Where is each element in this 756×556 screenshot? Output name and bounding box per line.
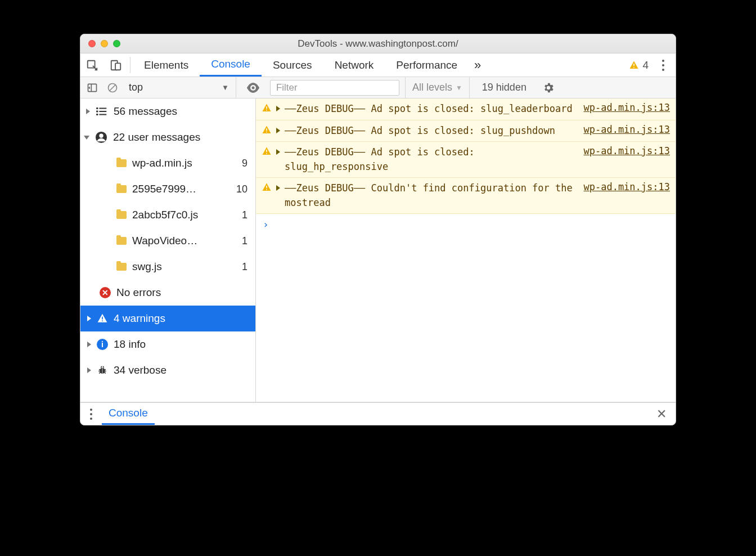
file-name: 2abcb5f7c0.js — [132, 209, 236, 221]
svg-rect-35 — [266, 189, 267, 190]
sidebar-warnings-label: 4 warnings — [114, 312, 250, 325]
console-prompt[interactable]: › — [256, 214, 676, 235]
console-sidebar: 56 messages 22 user messages wp-ad.min.j… — [80, 98, 256, 402]
list-icon — [96, 105, 108, 118]
expand-icon — [276, 185, 280, 191]
expand-icon — [87, 316, 91, 321]
message-text: ––Zeus DEBUG–– Ad spot is closed: slug_h… — [285, 145, 579, 174]
drawer-tab-console[interactable]: Console — [102, 403, 155, 425]
expand-icon — [276, 106, 280, 111]
message-source-link[interactable]: wp-ad.min.js:13 — [583, 181, 670, 192]
tab-network[interactable]: Network — [323, 53, 385, 77]
sidebar-warnings[interactable]: 4 warnings — [80, 306, 255, 331]
titlebar: DevTools - www.washingtonpost.com/ — [80, 34, 676, 53]
sidebar-file-item[interactable]: WapoVideo… 1 — [80, 228, 255, 254]
svg-line-8 — [110, 85, 115, 91]
settings-menu-button[interactable] — [658, 53, 676, 77]
error-icon: ✕ — [100, 287, 111, 298]
sidebar-verbose-label: 34 verbose — [114, 364, 250, 376]
console-message[interactable]: ––Zeus DEBUG–– Ad spot is closed: slug_p… — [256, 120, 676, 142]
svg-line-27 — [104, 373, 106, 374]
file-count: 1 — [242, 235, 250, 247]
tab-performance[interactable]: Performance — [385, 53, 469, 77]
drawer-close-button[interactable]: ✕ — [647, 407, 676, 422]
message-source-link[interactable]: wp-ad.min.js:13 — [583, 102, 670, 113]
warning-icon — [262, 146, 272, 156]
warning-count-badge[interactable]: 4 — [620, 53, 658, 77]
file-count: 1 — [242, 261, 250, 273]
warning-count-number: 4 — [642, 59, 649, 71]
sidebar-file-item[interactable]: 2595e7999… 10 — [80, 176, 255, 202]
message-text: ––Zeus DEBUG–– Ad spot is closed: slug_l… — [285, 102, 579, 116]
svg-rect-31 — [266, 132, 267, 133]
svg-point-9 — [251, 86, 254, 89]
zoom-window-button[interactable] — [113, 40, 120, 47]
file-name: WapoVideo… — [132, 235, 236, 247]
console-toolbar: top ▼ All levels ▼ 19 hidden — [80, 77, 676, 98]
console-messages: ––Zeus DEBUG–– Ad spot is closed: slug_l… — [256, 98, 676, 402]
context-selector[interactable]: top ▼ — [125, 77, 236, 98]
file-name: swg.js — [132, 261, 236, 273]
sidebar-file-item[interactable]: 2abcb5f7c0.js 1 — [80, 202, 255, 228]
hidden-messages-label[interactable]: 19 hidden — [475, 82, 533, 93]
console-message[interactable]: ––Zeus DEBUG–– Ad spot is closed: slug_h… — [256, 142, 676, 178]
overflow-tabs-button[interactable]: » — [469, 53, 487, 77]
svg-line-22 — [99, 370, 101, 370]
log-levels-selector[interactable]: All levels ▼ — [405, 77, 470, 98]
svg-point-17 — [99, 134, 103, 138]
console-message[interactable]: ––Zeus DEBUG–– Ad spot is closed: slug_l… — [256, 98, 676, 120]
tab-sources[interactable]: Sources — [262, 53, 323, 77]
tab-elements[interactable]: Elements — [133, 53, 200, 77]
tab-console[interactable]: Console — [200, 53, 262, 77]
sidebar-info[interactable]: i 18 info — [80, 331, 255, 357]
main-tabbar: Elements Console Sources Network Perform… — [80, 53, 676, 77]
sidebar-messages-label: 56 messages — [114, 105, 250, 118]
folder-icon — [116, 211, 127, 219]
folder-icon — [116, 263, 127, 271]
svg-rect-3 — [634, 64, 635, 66]
info-icon: i — [97, 339, 108, 350]
svg-line-26 — [99, 373, 101, 374]
warning-icon — [262, 103, 272, 113]
svg-line-23 — [104, 370, 106, 370]
collapse-icon — [84, 136, 89, 140]
device-toolbar-icon[interactable] — [104, 53, 128, 77]
live-expression-icon[interactable] — [242, 83, 264, 93]
svg-point-14 — [97, 111, 98, 112]
message-text: ––Zeus DEBUG–– Ad spot is closed: slug_p… — [285, 124, 579, 138]
drawer: Console ✕ — [80, 402, 676, 425]
message-text: ––Zeus DEBUG–– Couldn't find configurati… — [285, 181, 579, 210]
console-settings-icon[interactable] — [539, 82, 558, 94]
svg-point-15 — [97, 114, 98, 115]
console-message[interactable]: ––Zeus DEBUG–– Couldn't find configurati… — [256, 178, 676, 214]
chevron-down-icon: ▼ — [456, 84, 462, 92]
file-count: 1 — [242, 209, 250, 221]
sidebar-file-item[interactable]: wp-ad.min.js 9 — [80, 150, 255, 176]
chevron-down-icon: ▼ — [222, 83, 229, 92]
sidebar-errors[interactable]: ✕ No errors — [80, 280, 255, 306]
devtools-window: DevTools - www.washingtonpost.com/ Eleme… — [80, 34, 676, 425]
sidebar-file-item[interactable]: swg.js 1 — [80, 254, 255, 280]
svg-rect-32 — [266, 150, 267, 153]
drawer-menu-button[interactable] — [80, 409, 102, 420]
divider — [130, 57, 130, 73]
sidebar-verbose[interactable]: 34 verbose — [80, 357, 255, 383]
traffic-lights — [80, 40, 120, 47]
folder-icon — [116, 185, 127, 193]
sidebar-user-messages[interactable]: 22 user messages — [80, 124, 255, 150]
warning-icon — [97, 313, 108, 324]
sidebar-messages[interactable]: 56 messages — [80, 98, 255, 124]
close-window-button[interactable] — [88, 40, 96, 47]
folder-icon — [116, 159, 127, 167]
filter-input[interactable] — [270, 80, 399, 96]
minimize-window-button[interactable] — [101, 40, 108, 47]
inspect-element-icon[interactable] — [80, 53, 104, 77]
clear-console-icon[interactable] — [105, 80, 120, 95]
expand-icon — [87, 367, 91, 373]
message-source-link[interactable]: wp-ad.min.js:13 — [583, 145, 670, 156]
toggle-sidebar-icon[interactable] — [85, 80, 100, 95]
message-source-link[interactable]: wp-ad.min.js:13 — [583, 124, 670, 135]
expand-icon — [86, 109, 90, 114]
file-name: 2595e7999… — [132, 183, 231, 195]
bug-icon — [97, 365, 108, 375]
